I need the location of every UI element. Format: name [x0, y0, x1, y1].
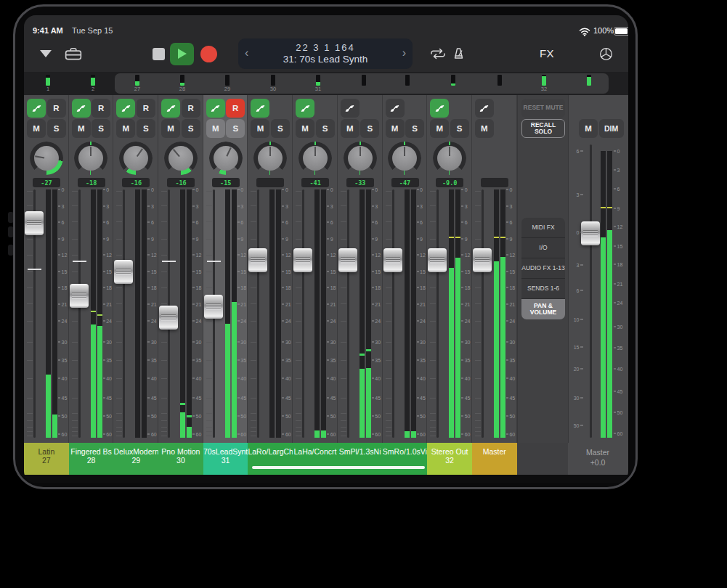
solo-button[interactable]: S: [360, 119, 379, 138]
mute-button[interactable]: M: [27, 119, 46, 138]
fader-track[interactable]: [392, 189, 394, 438]
fader-track[interactable]: [302, 189, 304, 438]
channel-strip-2[interactable]: RMS-1803691215182124303540455060: [69, 95, 114, 443]
fader-cap[interactable]: [473, 248, 492, 272]
mute-button[interactable]: M: [251, 119, 269, 138]
settings-icon[interactable]: [598, 46, 614, 65]
pan-knob[interactable]: [388, 142, 421, 175]
automation-button[interactable]: [27, 99, 46, 118]
chevron-down-icon[interactable]: [40, 50, 52, 57]
solo-button[interactable]: S: [316, 119, 335, 138]
automation-button[interactable]: [72, 99, 91, 118]
track-label-4[interactable]: Pno Motion30: [158, 443, 203, 475]
solo-button[interactable]: S: [450, 119, 469, 138]
automation-button[interactable]: [206, 99, 225, 118]
track-label-6[interactable]: LaRo/LargCh: [248, 443, 293, 475]
record-button[interactable]: [200, 46, 217, 62]
mute-button[interactable]: M: [296, 119, 314, 138]
mute-button[interactable]: M: [341, 119, 360, 138]
channel-strip-6[interactable]: MS03691215182124303540455060: [248, 95, 293, 443]
view-button-pan-volume[interactable]: PAN & VOLUME: [521, 299, 565, 319]
metronome-icon[interactable]: [452, 47, 465, 63]
fader-cap[interactable]: [428, 248, 447, 272]
channel-overview-ruler[interactable]: 12272829303132: [24, 72, 628, 95]
track-label-5[interactable]: 70sLeadSynt31: [203, 443, 248, 475]
channel-strip-9[interactable]: MS-4703691215182124303540455060: [383, 95, 428, 443]
fx-tab-label[interactable]: FX: [532, 47, 561, 60]
view-button-audio-fx-1-13[interactable]: AUDIO FX 1-13: [521, 258, 565, 279]
solo-button[interactable]: S: [92, 119, 110, 138]
stop-button[interactable]: [153, 48, 165, 60]
master-dim-button[interactable]: DIM: [599, 119, 624, 138]
pan-knob[interactable]: [253, 142, 287, 175]
solo-button[interactable]: S: [137, 119, 155, 138]
mute-button[interactable]: M: [116, 119, 135, 138]
channel-strip-4[interactable]: RMS-1603691215182124303540455060: [158, 95, 203, 443]
pan-knob[interactable]: [164, 142, 198, 175]
automation-button[interactable]: [475, 99, 494, 118]
track-label-3[interactable]: DeluxModern29: [113, 443, 158, 475]
reset-mute-button[interactable]: RESET MUTE: [521, 99, 565, 118]
fader-track[interactable]: [257, 189, 259, 438]
track-label-7[interactable]: LaHa/Concrt: [293, 443, 338, 475]
track-label-2[interactable]: Fingered Bs28: [69, 443, 114, 475]
automation-button[interactable]: [116, 99, 135, 118]
record-enable-button[interactable]: R: [137, 99, 155, 118]
fader-cap[interactable]: [383, 248, 402, 272]
browser-icon[interactable]: [65, 47, 82, 64]
fader-cap[interactable]: [159, 306, 178, 330]
mute-button[interactable]: M: [475, 119, 494, 138]
recall-solo-button[interactable]: RECALL SOLO: [521, 119, 565, 138]
fader-track[interactable]: [436, 189, 439, 438]
master-fader-cap[interactable]: [581, 221, 600, 245]
record-enable-button[interactable]: R: [182, 99, 200, 118]
mute-button[interactable]: M: [72, 119, 91, 138]
pan-knob[interactable]: [119, 142, 153, 175]
automation-button[interactable]: [161, 99, 180, 118]
channel-strip-11[interactable]: M03691215182124303540455060: [472, 95, 517, 443]
mute-button[interactable]: M: [206, 119, 225, 138]
track-label-8[interactable]: SmPl/1.3sNi: [338, 443, 383, 475]
fader-cap[interactable]: [25, 211, 44, 235]
fader-cap[interactable]: [204, 295, 223, 319]
fader-cap[interactable]: [114, 260, 133, 284]
fader-cap[interactable]: [70, 284, 89, 308]
fader-track[interactable]: [347, 189, 349, 438]
horizontal-scroll-indicator[interactable]: [252, 466, 425, 469]
automation-button[interactable]: [251, 99, 269, 118]
automation-button[interactable]: [341, 99, 360, 118]
pan-knob[interactable]: [74, 142, 107, 175]
lcd-next-button[interactable]: ›: [402, 46, 406, 60]
automation-button[interactable]: [430, 99, 449, 118]
solo-button[interactable]: S: [182, 119, 200, 138]
fader-track[interactable]: [123, 189, 125, 438]
master-fader-track[interactable]: [590, 144, 592, 438]
fader-cap[interactable]: [338, 248, 357, 272]
record-enable-button[interactable]: R: [92, 99, 110, 118]
fader-track[interactable]: [78, 189, 81, 438]
pan-knob[interactable]: [298, 142, 332, 175]
record-enable-button[interactable]: R: [47, 99, 66, 118]
view-button-midi-fx[interactable]: MIDI FX: [521, 218, 565, 238]
channel-strip-10[interactable]: MS-9.003691215182124303540455060: [427, 95, 472, 443]
solo-button[interactable]: S: [47, 119, 66, 138]
channel-strip-8[interactable]: MS-3303691215182124303540455060: [338, 95, 383, 443]
record-enable-button[interactable]: R: [226, 99, 245, 118]
fader-track[interactable]: [482, 189, 484, 438]
track-label-9[interactable]: SmRo/1.0sVi: [383, 443, 428, 475]
track-label-10[interactable]: Stereo Out32: [427, 443, 472, 475]
play-button[interactable]: [170, 43, 194, 65]
track-label-11[interactable]: Master: [472, 443, 517, 475]
pan-knob[interactable]: [30, 142, 63, 175]
view-button-sends-1-6[interactable]: SENDS 1-6: [521, 279, 565, 299]
master-mute-button[interactable]: M: [579, 119, 598, 138]
channel-strip-1[interactable]: RMS-2703691215182124303540455060: [24, 95, 69, 443]
lcd-display[interactable]: ‹ 22 3 1 164 31: 70s Lead Synth ›: [238, 38, 413, 69]
pan-knob[interactable]: [433, 142, 466, 175]
mute-button[interactable]: M: [386, 119, 405, 138]
pan-knob[interactable]: [209, 142, 243, 175]
pan-knob[interactable]: [344, 142, 377, 175]
automation-button[interactable]: [386, 99, 405, 118]
fader-cap[interactable]: [248, 248, 267, 272]
mute-button[interactable]: M: [161, 119, 180, 138]
